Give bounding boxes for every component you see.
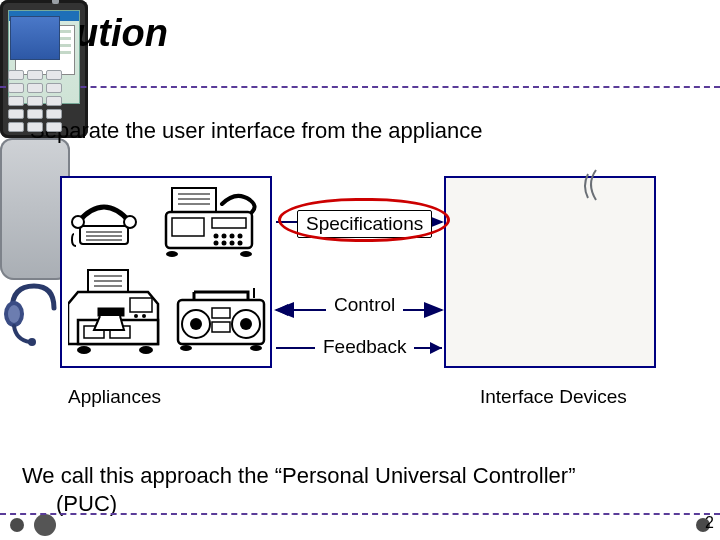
svg-point-36 [139, 346, 153, 354]
headset-icon [0, 280, 60, 348]
svg-point-48 [8, 305, 20, 323]
specifications-label: Specifications [297, 210, 432, 238]
svg-rect-11 [172, 218, 204, 236]
divider-top [0, 86, 720, 88]
svg-rect-0 [80, 226, 128, 244]
interface-devices-box [444, 176, 656, 368]
svg-point-19 [230, 241, 235, 246]
svg-rect-43 [212, 308, 230, 318]
svg-rect-12 [212, 218, 246, 228]
svg-point-13 [214, 234, 219, 239]
stereo-icon [174, 288, 268, 354]
page-number: 2 [705, 514, 714, 532]
svg-point-21 [166, 251, 178, 257]
svg-point-31 [134, 314, 138, 318]
svg-point-32 [142, 314, 146, 318]
svg-point-15 [230, 234, 235, 239]
svg-point-22 [240, 251, 252, 257]
telephone-icon [70, 182, 140, 254]
svg-rect-23 [88, 270, 128, 294]
copier-icon [68, 268, 164, 362]
svg-point-20 [238, 241, 243, 246]
svg-rect-30 [130, 298, 152, 312]
svg-point-16 [238, 234, 243, 239]
fax-machine-icon [158, 182, 264, 264]
svg-point-42 [240, 318, 252, 330]
divider-bottom [0, 513, 720, 515]
svg-rect-33 [98, 308, 124, 316]
svg-point-35 [77, 346, 91, 354]
svg-rect-6 [172, 188, 216, 214]
appliances-caption: Appliances [68, 386, 161, 408]
svg-point-49 [28, 338, 36, 346]
svg-point-46 [250, 345, 262, 351]
slide-subtitle: Separate the user interface from the app… [30, 118, 483, 144]
svg-point-14 [222, 234, 227, 239]
interface-devices-caption: Interface Devices [480, 386, 627, 408]
svg-point-17 [214, 241, 219, 246]
svg-point-5 [124, 216, 136, 228]
svg-point-40 [190, 318, 202, 330]
svg-point-45 [180, 345, 192, 351]
svg-marker-56 [430, 342, 442, 354]
svg-point-4 [72, 216, 84, 228]
svg-marker-54 [276, 304, 288, 316]
feedback-label: Feedback [315, 334, 414, 360]
control-label: Control [326, 292, 403, 318]
conclusion-text: We call this approach the “Personal Univ… [22, 462, 702, 517]
svg-point-18 [222, 241, 227, 246]
conclusion-line-1: We call this approach the “Personal Univ… [22, 462, 702, 490]
svg-rect-44 [212, 322, 230, 332]
